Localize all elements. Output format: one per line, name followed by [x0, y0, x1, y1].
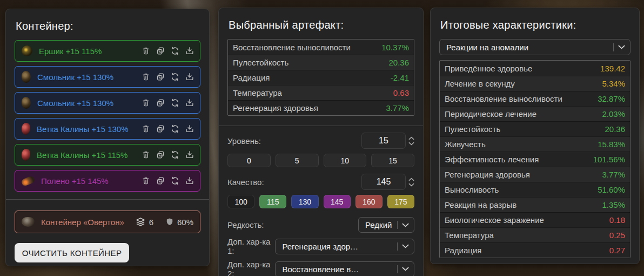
- item-actions: [141, 124, 194, 134]
- container-item-0[interactable]: Ершик +15 115%: [15, 40, 200, 62]
- stat-value: 20.36: [605, 124, 625, 134]
- container-item-2[interactable]: Смольник +15 130%: [15, 92, 200, 114]
- reroll-button[interactable]: [170, 46, 180, 56]
- reroll-button[interactable]: [170, 72, 180, 82]
- container-protection: 60%: [177, 218, 193, 227]
- artifact-panel-title: Выбранный артефакт:: [229, 19, 413, 31]
- reroll-button[interactable]: [170, 124, 180, 134]
- stat-label: Температура: [233, 88, 282, 97]
- stat-label: Регенерация здоровья: [445, 170, 530, 179]
- item-actions: [141, 46, 194, 56]
- delete-button[interactable]: [141, 124, 151, 134]
- level-preset-5-button[interactable]: 5: [276, 154, 319, 167]
- stat-label: Эффективность лечения: [445, 155, 539, 164]
- total-stat-row: Реакция на разрыв1.35%: [440, 197, 630, 212]
- stat-label: Восстановление выносливости: [233, 43, 351, 52]
- container-name: Контейнер «Овертон»: [41, 218, 135, 227]
- reaction-filter-select[interactable]: Реакции на аномалии: [439, 39, 630, 55]
- container-slots: 6: [149, 218, 153, 227]
- stat-label: Приведённое здоровье: [445, 64, 532, 73]
- container-item-4[interactable]: Ветка Калины +15 115%: [15, 144, 200, 166]
- quality-preset-130-button[interactable]: 130: [291, 195, 318, 208]
- total-stat-row: Пулестойкость20.36: [440, 121, 630, 136]
- selected-artifact-panel: Выбранный артефакт: Восстановление вынос…: [218, 8, 424, 276]
- poleno-artifact-icon: [21, 175, 35, 186]
- totals-panel-title: Итоговые характеристики:: [440, 19, 629, 31]
- artifact-stat-row: Радиация-2.41: [228, 70, 414, 85]
- quality-input[interactable]: 145: [361, 174, 406, 190]
- rarity-label: Редкость:: [227, 220, 264, 229]
- artifact-item-name: Смольник +15 130%: [37, 98, 141, 108]
- clear-container-button[interactable]: ОЧИСТИТЬ КОНТЕЙНЕР: [15, 243, 129, 262]
- container-info-row[interactable]: Контейнер «Овертон» 6 60%: [15, 211, 200, 233]
- copy-icon: [156, 150, 165, 160]
- level-increment-button[interactable]: [408, 136, 414, 140]
- container-item-3[interactable]: Ветка Калины +15 130%: [15, 118, 200, 140]
- duplicate-button[interactable]: [156, 72, 165, 82]
- save-button[interactable]: [185, 98, 194, 108]
- stat-value: 139.42: [600, 64, 625, 73]
- container-item-1[interactable]: Смольник +15 130%: [15, 66, 200, 88]
- reaction-filter-value: Реакции на аномалии: [446, 43, 528, 52]
- reroll-button[interactable]: [170, 98, 180, 108]
- total-stat-row: Регенерация здоровья3.77%: [440, 167, 630, 182]
- chevron-down-icon: [402, 244, 409, 248]
- delete-button[interactable]: [141, 176, 151, 186]
- stat-value: 0.25: [609, 231, 625, 240]
- quality-preset-175-button[interactable]: 175: [387, 195, 414, 208]
- level-preset-15-button[interactable]: 15: [371, 154, 414, 167]
- container-panel-title: Контейнер:: [16, 20, 199, 32]
- level-input[interactable]: 15: [361, 133, 406, 149]
- duplicate-button[interactable]: [156, 46, 165, 56]
- save-button[interactable]: [185, 176, 194, 186]
- save-button[interactable]: [185, 46, 194, 56]
- extra-stat-1-label: Доп. хар-ка 1:: [227, 237, 275, 255]
- item-actions: [141, 98, 194, 108]
- container-item-5[interactable]: Полено +15 145%: [15, 170, 200, 192]
- trash-icon: [141, 98, 151, 108]
- total-stat-row: Приведённое здоровье139.42: [440, 61, 630, 76]
- stat-label: Радиация: [233, 73, 270, 82]
- stat-label: Температура: [445, 231, 494, 240]
- item-actions: [141, 72, 194, 82]
- stat-value: 0.27: [609, 246, 625, 255]
- duplicate-button[interactable]: [156, 150, 165, 160]
- extra-stat-1-select[interactable]: Регенерация здор…: [275, 239, 414, 254]
- download-icon: [185, 72, 194, 82]
- stat-value: 15.83%: [598, 140, 625, 149]
- smolnik-artifact-icon: [22, 97, 31, 109]
- save-button[interactable]: [185, 124, 194, 134]
- duplicate-button[interactable]: [156, 98, 165, 108]
- download-icon: [185, 98, 194, 108]
- stat-value: 3.77%: [602, 170, 625, 179]
- level-decrement-button[interactable]: [408, 142, 414, 146]
- save-button[interactable]: [185, 150, 194, 160]
- total-stat-row: Лечение в секунду5.34%: [440, 76, 630, 91]
- quality-preset-160-button[interactable]: 160: [355, 195, 383, 208]
- stat-value: 3.77%: [386, 103, 409, 113]
- level-preset-10-button[interactable]: 10: [324, 154, 367, 167]
- quality-preset-row: 100115130145160175: [227, 195, 414, 208]
- level-preset-0-button[interactable]: 0: [227, 154, 271, 167]
- save-button[interactable]: [185, 72, 194, 82]
- delete-button[interactable]: [141, 72, 151, 82]
- extra-stat-2-value: Восстановление в…: [282, 265, 359, 274]
- delete-button[interactable]: [141, 150, 151, 160]
- vetka-kaliny-artifact-icon: [22, 123, 30, 135]
- quality-increment-button[interactable]: [408, 178, 414, 181]
- duplicate-button[interactable]: [156, 124, 165, 134]
- extra-stat-2-select[interactable]: Восстановление в…: [275, 261, 414, 276]
- reroll-button[interactable]: [170, 150, 180, 160]
- quality-preset-115-button[interactable]: 115: [259, 195, 286, 208]
- quality-preset-100-button[interactable]: 100: [227, 195, 254, 208]
- delete-button[interactable]: [141, 98, 151, 108]
- duplicate-button[interactable]: [156, 176, 165, 186]
- quality-decrement-button[interactable]: [408, 183, 414, 187]
- stat-value: 1.35%: [602, 200, 625, 209]
- rarity-select[interactable]: Редкий: [358, 217, 414, 233]
- reroll-button[interactable]: [170, 176, 180, 186]
- total-stat-row: Биологическое заражение0.18: [440, 212, 630, 227]
- level-label: Уровень:: [227, 136, 261, 146]
- quality-preset-145-button[interactable]: 145: [324, 195, 351, 208]
- delete-button[interactable]: [141, 46, 151, 56]
